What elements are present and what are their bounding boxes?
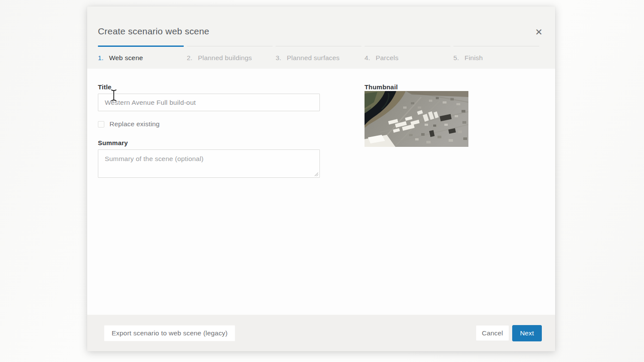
dialog-header: Create scenario web scene ✕ 1. Web scene… [87,6,555,69]
summary-field-wrap [98,149,320,178]
thumbnail-aerial-image [365,91,468,147]
dialog-title: Create scenario web scene [98,26,209,37]
step-label: Parcels [376,54,398,62]
step-tab-planned-buildings[interactable]: 2. Planned buildings [187,46,273,62]
step-label: Web scene [109,54,143,62]
wizard-steps: 1. Web scene 2. Planned buildings 3. Pla… [98,46,539,62]
title-input[interactable] [98,94,320,111]
dialog-body: Title Replace existing Summary Thumbnail [87,69,555,315]
step-number: 2. [187,54,198,62]
step-progress-bar [453,46,539,46]
cancel-button[interactable]: Cancel [476,325,509,341]
step-number: 4. [365,54,376,62]
export-legacy-button[interactable]: Export scenario to web scene (legacy) [104,325,235,341]
step-tab-planned-surfaces[interactable]: 3. Planned surfaces [276,46,361,62]
step-tab-parcels[interactable]: 4. Parcels [365,46,450,62]
step-tab-web-scene[interactable]: 1. Web scene [98,46,184,62]
create-scenario-dialog: Create scenario web scene ✕ 1. Web scene… [87,6,555,351]
step-number: 3. [276,54,287,62]
step-number: 5. [453,54,465,62]
replace-existing-checkbox[interactable] [98,121,104,128]
summary-label: Summary [98,139,128,146]
thumbnail-label: Thumbnail [365,83,398,91]
step-label: Planned buildings [198,54,252,62]
replace-existing-checkbox-row[interactable]: Replace existing [98,120,160,128]
step-label: Finish [465,54,483,62]
step-progress-bar [98,46,184,47]
dialog-footer: Export scenario to web scene (legacy) Ca… [87,315,555,351]
step-progress-bar [365,46,450,46]
next-button[interactable]: Next [512,325,542,341]
step-progress-bar [276,46,361,46]
step-label: Planned surfaces [287,54,340,62]
step-progress-bar [187,46,273,46]
close-icon[interactable]: ✕ [532,25,546,39]
title-label: Title [98,83,112,91]
replace-existing-label: Replace existing [109,120,160,128]
step-tab-finish[interactable]: 5. Finish [453,46,539,62]
summary-textarea[interactable] [98,149,320,178]
step-number: 1. [98,54,109,62]
